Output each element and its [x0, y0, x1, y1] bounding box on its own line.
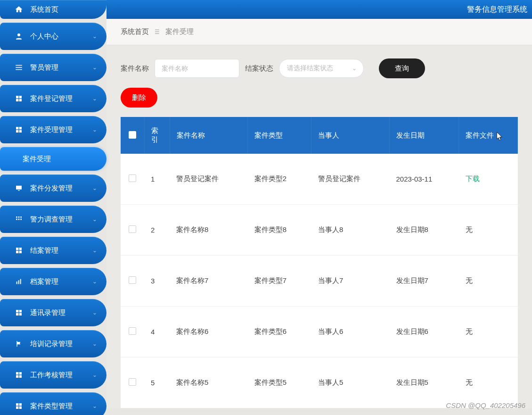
- svg-rect-17: [16, 219, 17, 220]
- sidebar-item-force-investigation[interactable]: 警力调查管理 ⌄: [0, 206, 106, 233]
- svg-rect-14: [16, 216, 17, 218]
- sidebar-item-label: 警员管理: [30, 63, 58, 72]
- column-checkbox: [121, 117, 144, 154]
- sidebar-subitem-case-accept[interactable]: 案件受理: [0, 147, 106, 171]
- sidebar-item-case-register[interactable]: 案件登记管理 ⌄: [0, 85, 106, 112]
- cell-name: 案件名称5: [170, 357, 248, 408]
- row-checkbox[interactable]: [129, 276, 136, 284]
- cell-date: 发生日期7: [390, 256, 459, 307]
- grid-icon: [14, 370, 24, 380]
- table-row: 3案件名称7案件类型7当事人7发生日期7无: [121, 256, 518, 307]
- bars-icon: [14, 277, 24, 286]
- sidebar-item-archive[interactable]: 档案管理 ⌄: [0, 268, 106, 295]
- cell-name: 案件名称7: [170, 256, 248, 307]
- cell-party: 当事人5: [311, 357, 390, 408]
- sidebar-item-close-case[interactable]: 结案管理 ⌄: [0, 237, 106, 264]
- sidebar-item-label: 警力调查管理: [30, 215, 73, 224]
- sidebar-item-profile[interactable]: 个人中心 ⌄: [0, 23, 106, 50]
- row-checkbox[interactable]: [129, 378, 136, 386]
- grid-icon: [14, 246, 24, 255]
- sidebar-item-contacts[interactable]: 通讯录管理 ⌄: [0, 299, 106, 326]
- svg-rect-3: [16, 69, 22, 70]
- select-placeholder: 请选择结案状态: [287, 64, 333, 73]
- svg-rect-36: [19, 403, 22, 406]
- sidebar-item-label: 通讯录管理: [30, 308, 65, 317]
- cell-name: 案件名称8: [170, 205, 248, 256]
- sidebar-item-officer-mgmt[interactable]: 警员管理 ⌄: [0, 54, 106, 81]
- svg-rect-24: [16, 282, 17, 284]
- svg-rect-11: [19, 130, 22, 133]
- grid-icon: [14, 401, 24, 411]
- svg-rect-33: [16, 375, 18, 378]
- filter-row: 案件名称 结案状态 请选择结案状态 ⌄ 查询: [121, 58, 518, 78]
- svg-rect-13: [18, 190, 20, 191]
- grid-icon: [14, 94, 24, 103]
- chevron-down-icon: ⌄: [92, 185, 97, 191]
- chevron-down-icon: ⌄: [92, 278, 97, 285]
- svg-rect-6: [16, 99, 18, 101]
- svg-rect-21: [19, 248, 22, 250]
- cell-index: 2: [144, 205, 170, 256]
- cell-file[interactable]: 下载: [459, 154, 518, 205]
- sidebar-item-label: 个人中心: [30, 32, 58, 41]
- sidebar-item-case-type[interactable]: 案件类型管理 ⌄: [0, 392, 106, 415]
- svg-rect-15: [18, 216, 20, 218]
- sidebar-item-home[interactable]: 系统首页: [0, 0, 106, 19]
- breadcrumb: 系统首页 ☰ 案件受理: [106, 19, 532, 45]
- cell-party: 当事人6: [311, 307, 390, 357]
- cell-file: 无: [459, 256, 518, 307]
- table-header-row: 索引 案件名称 案件类型 当事人 发生日期 案件文件: [121, 117, 518, 154]
- sidebar-item-assessment[interactable]: 工作考核管理 ⌄: [0, 361, 106, 389]
- svg-rect-32: [19, 372, 22, 374]
- monitor-icon: [14, 183, 24, 193]
- list-icon: [14, 63, 24, 72]
- row-checkbox[interactable]: [129, 225, 136, 233]
- chevron-down-icon: ⌄: [92, 126, 97, 133]
- sidebar-item-label: 档案管理: [30, 277, 58, 286]
- system-title: 警务信息管理系统: [467, 5, 527, 15]
- chevron-down-icon: ⌄: [92, 372, 97, 378]
- chevron-down-icon: ⌄: [352, 65, 357, 72]
- home-icon: [14, 5, 24, 14]
- sidebar-item-case-accept[interactable]: 案件受理管理 ⌄: [0, 116, 106, 143]
- svg-rect-1: [16, 65, 22, 66]
- sidebar-subitem-label: 案件受理: [23, 155, 51, 164]
- row-checkbox[interactable]: [129, 327, 136, 335]
- row-checkbox[interactable]: [129, 174, 136, 182]
- sidebar-item-label: 案件受理管理: [30, 125, 73, 134]
- case-status-select[interactable]: 请选择结案状态 ⌄: [279, 59, 364, 78]
- svg-rect-31: [16, 372, 18, 374]
- sidebar-item-case-dispatch[interactable]: 案件分发管理 ⌄: [0, 174, 106, 202]
- svg-rect-28: [19, 310, 22, 312]
- grid4-icon: [14, 215, 24, 224]
- svg-rect-25: [18, 280, 19, 284]
- chevron-down-icon: ⌄: [92, 247, 97, 254]
- query-button[interactable]: 查询: [379, 58, 425, 78]
- sidebar-item-training[interactable]: 培训记录管理 ⌄: [0, 330, 106, 357]
- column-party: 当事人: [311, 117, 390, 154]
- breadcrumb-home[interactable]: 系统首页: [121, 27, 149, 36]
- grid-icon: [14, 308, 24, 317]
- top-bar: 警务信息管理系统: [106, 0, 532, 19]
- svg-rect-38: [19, 407, 22, 409]
- cell-file: 无: [459, 205, 518, 256]
- delete-button[interactable]: 删除: [121, 88, 157, 108]
- sidebar-item-label: 培训记录管理: [30, 340, 73, 349]
- breadcrumb-separator-icon: ☰: [155, 29, 160, 35]
- case-name-input[interactable]: [155, 59, 239, 78]
- cell-party: 当事人7: [311, 256, 390, 307]
- sidebar-item-label: 结案管理: [30, 246, 58, 255]
- cell-index: 5: [144, 357, 170, 408]
- select-all-checkbox[interactable]: [129, 131, 136, 139]
- svg-rect-9: [19, 127, 22, 129]
- column-file: 案件文件: [459, 117, 518, 154]
- cell-type: 案件类型8: [248, 205, 311, 256]
- cell-index: 4: [144, 307, 170, 357]
- case-table: 索引 案件名称 案件类型 当事人 发生日期 案件文件 1警员登记案件案件类型2警…: [121, 117, 518, 408]
- svg-rect-5: [19, 96, 22, 98]
- column-index: 索引: [144, 117, 170, 154]
- svg-rect-8: [16, 127, 18, 129]
- svg-rect-4: [16, 96, 18, 98]
- sidebar-item-label: 案件登记管理: [30, 94, 73, 103]
- cell-type: 案件类型2: [248, 154, 311, 205]
